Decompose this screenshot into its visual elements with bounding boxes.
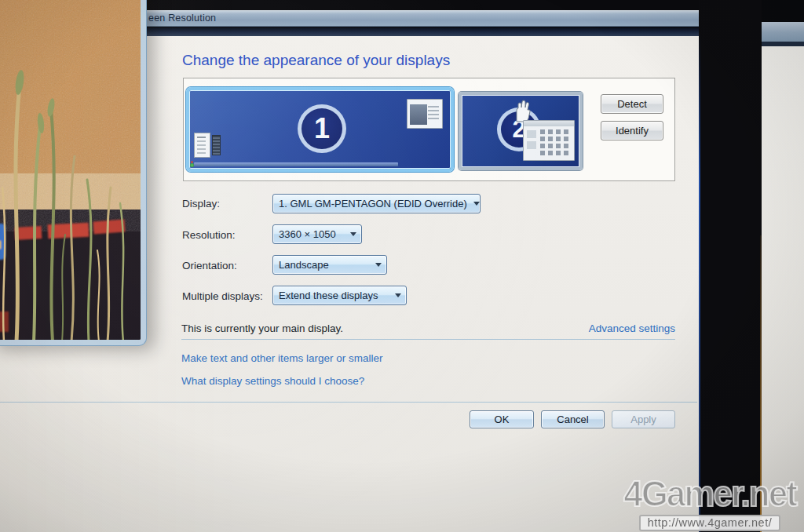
make-text-larger-link[interactable]: Make text and other items larger or smal… [181, 352, 383, 364]
detect-button[interactable]: Detect [601, 94, 663, 114]
left-monitor-screen: een Resolution Change the appearance of … [0, 0, 699, 532]
apply-button[interactable]: Apply [612, 410, 675, 428]
scrollbar-icon [212, 135, 221, 155]
orientation-select[interactable]: Landscape [272, 255, 387, 275]
watermark: 4Gamer.net http://www.4gamer.net/ [616, 474, 804, 531]
display-preview-panel: 1 2 [183, 78, 675, 181]
document-icon [194, 133, 210, 158]
watermark-logo: 4Gamer.net [616, 473, 804, 514]
wallpaper-photo [0, 0, 141, 341]
display-settings-help-link[interactable]: What display settings should I choose? [181, 375, 364, 387]
taskbar-strip [194, 162, 398, 166]
divider [0, 402, 697, 403]
watermark-url: http://www.4gamer.net/ [639, 515, 781, 531]
right-monitor-titlebar [762, 22, 804, 42]
multiple-displays-label: Multiple displays: [182, 290, 263, 302]
advanced-settings-link[interactable]: Advanced settings [589, 322, 675, 334]
chevron-down-icon [395, 293, 401, 297]
display-1-number-icon: 1 [298, 104, 346, 153]
chevron-down-icon [350, 232, 356, 236]
main-display-note: This is currently your main display. [181, 322, 343, 334]
orientation-label: Orientation: [182, 260, 237, 271]
calculator-icon [523, 120, 575, 161]
display-label: Display: [182, 198, 220, 210]
ok-button[interactable]: OK [470, 410, 534, 428]
window-icon [407, 99, 443, 129]
resolution-select[interactable]: 3360 × 1050 [272, 224, 362, 244]
chevron-down-icon [375, 263, 382, 267]
resolution-label: Resolution: [182, 229, 236, 241]
cancel-button[interactable]: Cancel [541, 410, 605, 428]
display-select[interactable]: 1. GML GM-PENTAGON (EDID Override) [272, 194, 481, 213]
start-orb-icon [190, 163, 194, 167]
page-title: Change the appearance of your displays [182, 52, 450, 69]
photographed-screen: een Resolution Change the appearance of … [0, 0, 804, 532]
chevron-down-icon [473, 202, 480, 206]
photo-viewer-window[interactable] [0, 0, 146, 345]
divider [181, 339, 675, 340]
right-monitor-screen [762, 0, 804, 532]
identify-button[interactable]: Identify [601, 121, 663, 140]
display-2-thumbnail[interactable]: 2 [459, 92, 583, 170]
right-monitor-content [762, 46, 804, 532]
monitor-bezel [699, 0, 762, 532]
display-1-thumbnail[interactable]: 1 [186, 87, 454, 172]
multiple-displays-select[interactable]: Extend these displays [272, 286, 407, 305]
